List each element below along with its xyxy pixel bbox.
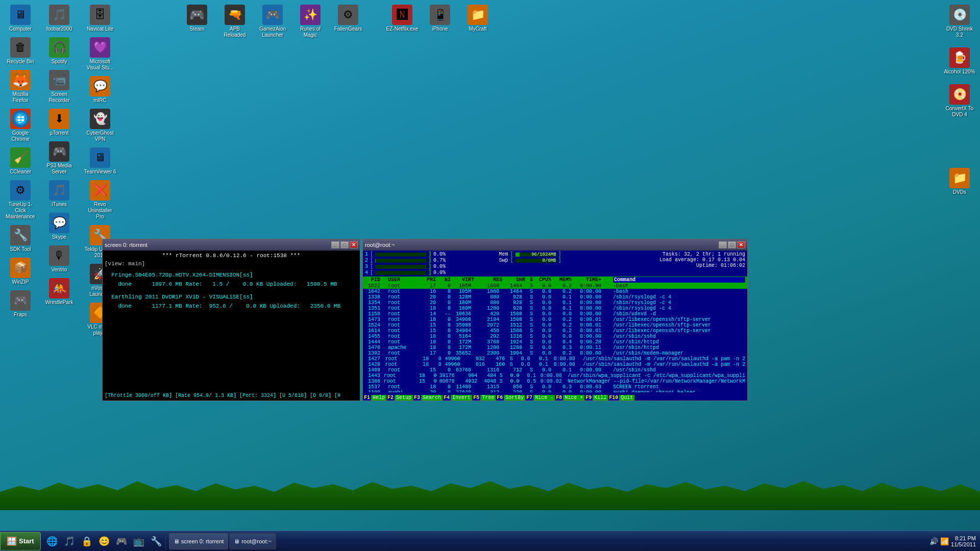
desktop-icon-chrome[interactable]: 🌐 Google Chrome — [2, 107, 39, 144]
desktop-icon-firefox[interactable]: 🦊 Mozilla Firefox — [2, 68, 39, 106]
htop-process-list: 1622root 17 0 105M 1860 1464S 0.0 0.20:0… — [363, 283, 747, 392]
start-button[interactable]: 🪟 Start — [0, 532, 41, 550]
desktop-icon-ccleaner[interactable]: 🧹 CCleaner — [2, 145, 39, 177]
f1-key[interactable]: F1Help — [363, 395, 386, 400]
htop-row-1622[interactable]: 1622root 17 0 105M 1860 1464S 0.0 0.20:0… — [363, 283, 747, 289]
cpu4-meter: 4 [ ] 0.0% — [365, 270, 495, 276]
desktop-icon-apb[interactable]: 🔫 APB Reloaded — [216, 3, 253, 40]
f5-key[interactable]: F5Tree — [472, 395, 496, 400]
f6-key[interactable]: F6SortBy — [496, 395, 525, 400]
rtorrent-close[interactable]: ✕ — [350, 241, 358, 248]
desktop-icon-screen-recorder[interactable]: 📹 Screen Recorder — [41, 68, 78, 106]
desktop-icon-eznetflix[interactable]: 🅽 EZ-Netflix.exe — [384, 3, 421, 40]
desktop-icon-winzip[interactable]: 📦 WinZIP — [2, 256, 39, 287]
desktop-icon-iphone[interactable]: 📱 iPhone — [422, 3, 458, 40]
desktop-icon-teamviewer[interactable]: 🖥 TeamViewer 6 — [82, 145, 118, 177]
desktop-icon-spotify[interactable]: 🎧 Spotify — [41, 35, 78, 67]
htop-row-1537[interactable]: 1537root 18 011400 1315 856S 0.0 0.30:00… — [363, 384, 747, 390]
f3-key[interactable]: F3Search — [413, 395, 443, 400]
desktop-icon-steam[interactable]: 🎮 Steam — [179, 3, 215, 40]
htop-row-1642[interactable]: 1642root 16 0 105M 1860 1464S 0.0 0.20:0… — [363, 289, 747, 294]
f4-key[interactable]: F4Invert — [443, 395, 472, 400]
quicklaunch-music[interactable]: 🎵 — [61, 533, 78, 549]
htop-row-1524[interactable]: 1524root 15 035088 2072 1512S 0.0 0.20:0… — [363, 322, 747, 328]
desktop-icon-fallengears[interactable]: ⚙ FallenGears — [330, 3, 366, 40]
htop-row-1351[interactable]: 1351root 18 0 180M 1280 928S 0.0 0.10:00… — [363, 306, 747, 311]
htop-row-1354[interactable]: 1354root 20 0 180M 880 928S 0.0 0.10:00.… — [363, 300, 747, 306]
htop-row-1427[interactable]: 1427root 18 049960 932 476S 0.0 0.10:00.… — [363, 356, 747, 362]
htop-row-1428[interactable]: 1428root 18 049960 616 160S 0.0 0.10:00.… — [363, 362, 747, 367]
htop-controls: _ □ ✕ — [719, 241, 745, 248]
left-col-1: 🖥 Computer 🗑 Recycle Bin 🦊 Mozilla Firef… — [2, 3, 39, 320]
htop-row-1455[interactable]: 1455root 18 0 5164 292 1316S 0.0 0.00:00… — [363, 334, 747, 339]
f10-key[interactable]: F10Quit — [608, 395, 634, 400]
quicklaunch-game[interactable]: 🎮 — [113, 533, 130, 549]
desktop-icon-runes[interactable]: ✨ Runes of Magic — [292, 3, 329, 40]
eznetflix-label: EZ-Netflix.exe — [386, 26, 419, 32]
vs-icon: 💜 — [90, 37, 110, 58]
desktop-icon-alcohol[interactable]: 🍺 Alcohol 120% — [941, 45, 978, 77]
start-label: Start — [19, 537, 34, 545]
taskbar-htop[interactable]: 🖥 root@root:~ — [229, 533, 276, 549]
htop-row-1443[interactable]: 1443root 18 039176 904 484S 0.0 0.10:00.… — [363, 373, 747, 379]
desktop-icon-navicat[interactable]: 🗄 Navicat Lite — [82, 3, 118, 34]
desktop-icon-mirc[interactable]: 💬 mIRC — [82, 74, 118, 106]
desktop-icon-sdktool[interactable]: 🔧 SDK Tool — [2, 223, 39, 255]
htop-row-1473[interactable]: 1473root 18 034908 2184 1508S 0.0 0.20:0… — [363, 317, 747, 322]
htop-mem-area: Mem[ 96/1024MB ] Swp[ 0/0MB ] — [499, 252, 629, 276]
desktop-icon-utorrent[interactable]: ⬇ µTorrent — [41, 107, 78, 138]
htop-minimize[interactable]: _ — [719, 241, 727, 248]
desktop-icon-dvdshrink[interactable]: 💿 DVD Shrink 3.2 — [941, 3, 978, 40]
htop-close[interactable]: ✕ — [737, 241, 745, 248]
steam-label: Steam — [190, 26, 205, 32]
desktop-icon-ps3server[interactable]: 🎮 PS3 Media Server — [41, 139, 78, 177]
quicklaunch-smiley[interactable]: 😊 — [96, 533, 112, 549]
f7-key[interactable]: F7Nice - — [525, 395, 555, 400]
htop-row-1392[interactable]: 1392root 17 035652 2300 1904S 0.0 0.20:0… — [363, 350, 747, 356]
desktop-icon-convertx[interactable]: 📀 ConvertX To DVD 4 — [941, 82, 978, 120]
desktop-icon-itunes[interactable]: 🎵 iTunes — [41, 178, 78, 210]
rtorrent-item1: Fringe.S04E05.720p.HDTV.X264-DIMENSION[s… — [105, 271, 358, 289]
f2-key[interactable]: F2Setup — [386, 395, 413, 400]
htop-row-1409[interactable]: 1409root 15 063760 1316 712S 0.0 0.10:00… — [363, 367, 747, 373]
desktop-icon-cyberghost[interactable]: 👻 CyberGhost VPN — [82, 107, 118, 144]
desktop-icon-skype[interactable]: 💬 Skype — [41, 211, 78, 242]
chrome-icon: 🌐 — [10, 109, 31, 129]
desktop: 🎮 Steam 🔫 APB Reloaded 🎮 GamezAion Launc… — [0, 0, 980, 531]
desktop-icon-dvds[interactable]: 📁 DVDs — [941, 166, 978, 197]
desktop-icon-ventrio[interactable]: 🎙 Ventrio — [41, 243, 78, 275]
desktop-icon-vs[interactable]: 💜 Microsoft Visual Stu... — [82, 35, 118, 73]
htop-row-1444[interactable]: 1444root 18 0 172M 3768 1924S 0.0 0.40:0… — [363, 339, 747, 345]
htop-row-1470[interactable]: 1470apache 18 0 172M 1280 1288S 0.0 0.30… — [363, 345, 747, 350]
quicklaunch-security[interactable]: 🔒 — [79, 533, 95, 549]
rtorrent-titlebar: screen 0: rtorrent _ □ ✕ — [103, 239, 360, 251]
dvds-icon: 📁 — [949, 168, 970, 188]
desktop-icon-recycle-bin[interactable]: 🗑 Recycle Bin — [2, 35, 39, 67]
desktop-icon-wrestlepark[interactable]: 🤼 WrestlePark — [41, 276, 78, 308]
htop-row-1614[interactable]: 1614root 15 034904 456 1508S 0.0 0.20:00… — [363, 328, 747, 334]
desktop-icon-foobar[interactable]: 🎵 foobar2000 — [41, 3, 78, 34]
cpu2-meter: 2 [ ] 0.7% — [365, 258, 495, 263]
desktop-icon-mycraft[interactable]: 📁 MyCraft — [459, 3, 496, 40]
htop-row-1338[interactable]: 1338root 20 0 128M 880 928S 0.0 0.10:00.… — [363, 294, 747, 300]
quicklaunch-settings[interactable]: 🔧 — [148, 533, 164, 549]
quicklaunch-tv[interactable]: 📺 — [131, 533, 147, 549]
desktop-icon-fraps[interactable]: 🎮 Fraps — [2, 288, 39, 320]
desktop-icon-gamelaion[interactable]: 🎮 GamezAion Launcher — [254, 3, 291, 40]
rtorrent-maximize[interactable]: □ — [340, 241, 349, 248]
f8-key[interactable]: F8Nice + — [555, 395, 584, 400]
htop-row-1386[interactable]: 1386root 15 080676 4932 4048S 0.0 0.50:0… — [363, 379, 747, 384]
desktop-icon-computer[interactable]: 🖥 Computer — [2, 3, 39, 34]
skype-icon: 💬 — [49, 213, 69, 233]
desktop-icon-tuneup[interactable]: ⚙ TuneUp 1-Click Maintenance — [2, 178, 39, 222]
htop-row-1199[interactable]: 1199avahi 20 027640 312 220S 0.0 0.00:00… — [363, 390, 747, 392]
htop-titlebar: root@root:~ _ □ ✕ — [363, 239, 747, 251]
htop-maximize[interactable]: □ — [728, 241, 736, 248]
quicklaunch-chrome[interactable]: 🌐 — [44, 533, 60, 549]
f9-key[interactable]: F9Kill — [584, 395, 608, 400]
rtorrent-minimize[interactable]: _ — [331, 241, 339, 248]
htop-row-1150[interactable]: 1150root 14 --10636 420 1508S 0.0 0.00:0… — [363, 311, 747, 317]
taskbar-rtorrent[interactable]: 🖥 screen 0: rtorrent — [169, 533, 229, 549]
desktop-icon-revo[interactable]: ❌ Revo Uninstaller Pro — [82, 178, 118, 222]
systray-icons[interactable]: 🔊 📶 — [929, 537, 949, 545]
